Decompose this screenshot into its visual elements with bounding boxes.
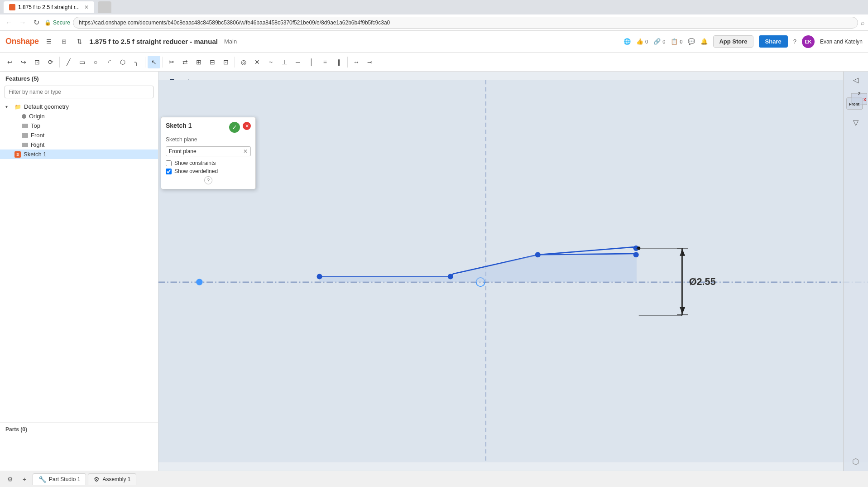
- undo-btn[interactable]: ↩: [4, 56, 16, 68]
- view-down-btn[interactable]: ▽: [849, 117, 862, 128]
- show-overdefined-label: Show overdefined: [174, 168, 218, 174]
- assembly-tab[interactable]: ⚙ Assembly 1: [88, 473, 136, 485]
- sketch-ok-btn[interactable]: ✓: [229, 122, 240, 133]
- svg-text:Front: Front: [849, 102, 859, 106]
- svg-point-4: [196, 279, 202, 285]
- perpendicular-btn[interactable]: ⊥: [278, 56, 291, 68]
- rect-btn[interactable]: ▭: [76, 56, 88, 68]
- horizontal-btn[interactable]: ─: [292, 56, 304, 68]
- plane-selector[interactable]: Front plane ✕: [166, 146, 251, 156]
- tangent-btn[interactable]: ~: [264, 56, 277, 68]
- tab-close-btn[interactable]: ✕: [84, 4, 89, 10]
- redo-btn[interactable]: ↪: [17, 56, 30, 68]
- tree-sketch1[interactable]: S Sketch 1: [0, 149, 158, 159]
- forward-btn[interactable]: →: [17, 17, 28, 28]
- sep4: [235, 57, 235, 68]
- filter-input[interactable]: [5, 86, 153, 98]
- new-tab-btn[interactable]: [98, 1, 111, 13]
- tree-front[interactable]: Front: [0, 130, 158, 140]
- show-overdefined-checkbox[interactable]: [166, 169, 172, 174]
- likes-btn[interactable]: 👍 0: [636, 38, 648, 45]
- circle-btn[interactable]: ○: [89, 56, 102, 68]
- links-btn[interactable]: 🔗 0: [653, 38, 665, 45]
- back-btn[interactable]: ←: [4, 17, 14, 28]
- select-btn[interactable]: ↖: [148, 56, 160, 68]
- front-folder-icon: [22, 133, 28, 138]
- polygon-btn[interactable]: ⬡: [116, 56, 129, 68]
- pierce-btn[interactable]: ✕: [251, 56, 264, 68]
- vertical-btn[interactable]: │: [305, 56, 318, 68]
- tree-top[interactable]: Top: [0, 121, 158, 130]
- notification-btn[interactable]: 🔔: [700, 38, 708, 45]
- search-icon[interactable]: ⌕: [861, 19, 864, 26]
- part-studio-tab[interactable]: 🔧 Part Studio 1: [33, 473, 86, 485]
- tab-title: 1.875 f to 2.5 f straight r...: [18, 4, 80, 10]
- hamburger-menu[interactable]: ☰: [43, 36, 54, 47]
- filter-btn[interactable]: ⊞: [59, 36, 70, 47]
- sketch-icon: S: [14, 151, 21, 158]
- viewport[interactable]: Front: [158, 72, 868, 471]
- trim-btn[interactable]: ✂: [165, 56, 178, 68]
- copies-btn[interactable]: 📋 0: [671, 38, 682, 45]
- parallel-btn[interactable]: ∥: [332, 56, 345, 68]
- app-header: Onshape ☰ ⊞ ⇅ 1.875 f to 2.5 f straight …: [0, 31, 868, 53]
- app-store-btn[interactable]: App Store: [713, 35, 753, 48]
- share-btn[interactable]: Share: [759, 35, 788, 48]
- assembly-label: Assembly 1: [102, 476, 130, 482]
- measure-btn[interactable]: ⊡: [220, 56, 232, 68]
- globe-icon: 🌐: [623, 38, 631, 45]
- equal-btn[interactable]: =: [319, 56, 331, 68]
- refresh-btn[interactable]: ↻: [31, 17, 42, 28]
- doc-title: 1.875 f to 2.5 f straight reducer - manu…: [90, 38, 218, 45]
- add-tab-btn[interactable]: +: [18, 473, 31, 486]
- browser-tab[interactable]: 1.875 f to 2.5 f straight r... ✕: [4, 1, 94, 13]
- view-solid-btn[interactable]: ⬡: [849, 456, 862, 467]
- dimension-btn[interactable]: ↔: [350, 56, 363, 68]
- lock-icon: 🔒: [44, 19, 51, 26]
- svg-point-8: [448, 274, 453, 280]
- top-folder-icon: [22, 124, 28, 128]
- svg-text:Z: Z: [858, 92, 861, 96]
- tree-origin[interactable]: Origin: [0, 111, 158, 121]
- user-avatar[interactable]: EK: [802, 35, 815, 48]
- help-btn[interactable]: ?: [793, 38, 796, 45]
- features-header: Features (5): [0, 72, 158, 86]
- tree-default-geometry[interactable]: ▾ 📁 Default geometry: [0, 102, 158, 111]
- mirror-btn[interactable]: ⇄: [179, 56, 192, 68]
- part-studio-label: Part Studio 1: [49, 476, 80, 482]
- view-left-btn[interactable]: ◁: [849, 74, 862, 85]
- bottom-bar: ⚙ + 🔧 Part Studio 1 ⚙ Assembly 1: [0, 471, 868, 487]
- transform-btn[interactable]: ⟳: [44, 56, 57, 68]
- front-label: Front: [31, 132, 44, 139]
- likes-count: 0: [645, 39, 648, 44]
- sketch-canvas: Ø2.55: [158, 72, 868, 471]
- tree-right[interactable]: Right: [0, 140, 158, 149]
- show-constraints-checkbox[interactable]: [166, 160, 172, 166]
- bell-icon: 🔔: [700, 38, 708, 45]
- parts-header: Parts (0): [0, 422, 158, 434]
- view-cube[interactable]: Front X Z: [844, 90, 867, 112]
- sketch1-label: Sketch 1: [24, 151, 47, 158]
- show-constraints-row: Show constraints: [166, 160, 251, 166]
- sort-btn[interactable]: ⇅: [74, 36, 85, 47]
- show-overdefined-row: Show overdefined: [166, 168, 251, 174]
- plane-value: Front plane: [169, 148, 197, 154]
- folder-icon: 📁: [14, 104, 21, 110]
- panel-help-btn[interactable]: ?: [204, 176, 212, 184]
- onshape-logo[interactable]: Onshape: [5, 37, 39, 46]
- globe-btn[interactable]: 🌐: [623, 38, 631, 45]
- chat-btn[interactable]: 💬: [688, 38, 695, 45]
- fillet-btn[interactable]: ╮: [130, 56, 143, 68]
- copy-btn[interactable]: ⊡: [31, 56, 43, 68]
- plane-clear-btn[interactable]: ✕: [243, 148, 248, 154]
- linear-pattern-btn[interactable]: ⊞: [192, 56, 205, 68]
- chat-icon: 💬: [688, 38, 695, 45]
- arc-btn[interactable]: ◜: [103, 56, 115, 68]
- sketch-close-btn[interactable]: ✕: [243, 122, 251, 130]
- grid-btn[interactable]: ⊟: [206, 56, 219, 68]
- url-bar[interactable]: [73, 17, 858, 29]
- add-tab-settings-btn[interactable]: ⚙: [4, 473, 16, 486]
- line-btn[interactable]: ╱: [62, 56, 75, 68]
- coincident-btn[interactable]: ◎: [237, 56, 250, 68]
- construction-btn[interactable]: ⊸: [364, 56, 376, 68]
